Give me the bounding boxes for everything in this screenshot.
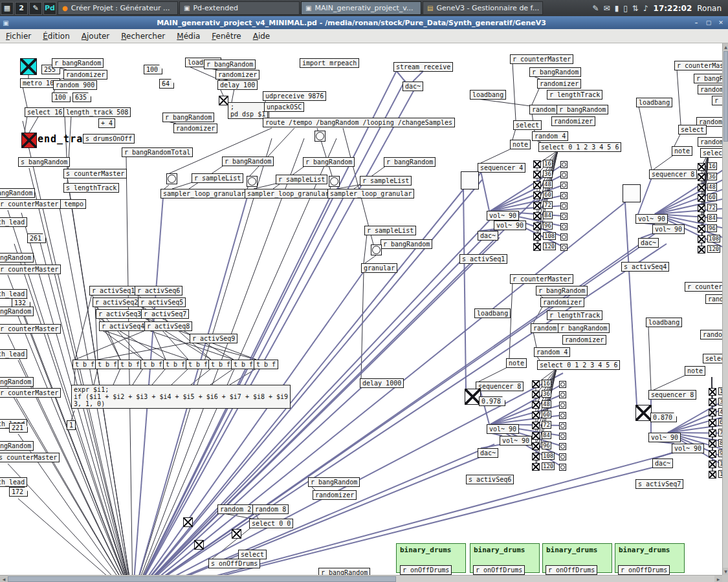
pd-object[interactable]: dac~ (638, 238, 659, 248)
pd-number[interactable]: 635 (72, 92, 91, 102)
pd-toggle[interactable] (533, 212, 541, 220)
pd-object[interactable]: r activSeq1 (89, 286, 137, 296)
pd-object[interactable]: angRandom (0, 307, 34, 316)
pd-bang[interactable] (559, 443, 566, 450)
pd-object[interactable]: route /tempo /bangRandom /looping /chang… (263, 118, 455, 127)
pd-number[interactable]: 120 (707, 245, 720, 253)
volume-tray-icon[interactable]: ♪ (643, 4, 648, 13)
pd-bang[interactable] (560, 223, 568, 230)
pd-object[interactable]: r counterM (685, 282, 722, 292)
pd-object[interactable]: delay 1000 (360, 378, 404, 388)
pd-object[interactable]: random 900 (53, 80, 97, 90)
pd-bang[interactable] (329, 176, 340, 187)
network-tray-icon[interactable]: ⇅ (632, 4, 639, 13)
pd-object[interactable]: sampler_loop_granular (160, 189, 247, 199)
menu-item-fichier[interactable]: Fichier (0, 30, 37, 42)
pd-bang[interactable] (559, 391, 566, 398)
pd-toggle[interactable] (635, 405, 652, 421)
pd-object[interactable]: s onOffDrums (208, 559, 260, 568)
pd-object[interactable]: angRandom (0, 253, 34, 263)
pd-object[interactable]: delay 100 (217, 80, 258, 90)
pd-object[interactable]: + 4 (98, 118, 115, 128)
pd-toggle[interactable] (533, 160, 541, 168)
pd-object[interactable]: r counterMaster (674, 61, 722, 70)
pd-object[interactable]: r activSeq9 (190, 334, 237, 343)
menu-item-édition[interactable]: Édition (37, 30, 76, 42)
pd-object[interactable]: r bangRandomTotal (122, 147, 193, 157)
pd-object[interactable]: r onOffDrums (400, 565, 452, 575)
pd-toggle[interactable] (533, 233, 541, 241)
pd-object[interactable]: randomizer (63, 70, 107, 80)
pd-toggle[interactable] (698, 194, 705, 202)
pd-number[interactable]: 0.978 (479, 396, 505, 406)
display-tray-icon[interactable]: ▯ (623, 4, 628, 13)
pd-number[interactable]: 96 (543, 222, 553, 230)
pd-object[interactable]: random (531, 323, 559, 333)
pd-object[interactable]: vol~ 90 (648, 433, 681, 442)
pd-toggle[interactable] (709, 398, 716, 406)
pd-bang[interactable] (371, 244, 382, 255)
pd-object[interactable]: r bangRandom (222, 156, 274, 166)
pd-toggle[interactable] (709, 460, 716, 468)
pd-bang-red[interactable] (21, 133, 37, 148)
pd-object[interactable]: r sampleList (364, 226, 416, 235)
pd-object[interactable]: bangRandom (0, 188, 35, 198)
mail-tray-icon[interactable]: ✉ (604, 4, 610, 13)
scroll-left-arrow[interactable]: ◀ (0, 576, 8, 582)
pd-bang[interactable] (559, 402, 566, 409)
pd-number[interactable]: 172 (9, 487, 28, 497)
pd-object[interactable]: angRandom (0, 377, 34, 387)
pd-number[interactable]: 96 (542, 442, 551, 449)
editor-icon[interactable]: ✎ (29, 2, 42, 15)
pd-object[interactable]: dac~ (478, 448, 498, 458)
pd-toggle[interactable] (532, 463, 540, 471)
pd-bang[interactable] (314, 131, 325, 142)
pd-object[interactable]: select (238, 550, 267, 559)
pd-number[interactable]: 100 (52, 92, 71, 102)
pd-toggle[interactable] (698, 225, 705, 233)
pd-object[interactable]: r activSeq6 (135, 286, 182, 296)
pd-toggle[interactable] (698, 246, 705, 253)
pd-object[interactable]: randomize (698, 85, 722, 94)
pd-object[interactable]: r sampleList (360, 176, 412, 186)
pd-gui-square[interactable] (623, 184, 641, 202)
pd-toggle[interactable] (709, 450, 716, 458)
pd-toggle[interactable] (698, 184, 705, 191)
pd-object[interactable]: select 0 0 (249, 519, 293, 528)
pd-object[interactable]: randomizer (562, 335, 606, 345)
pd-bang[interactable] (560, 233, 568, 241)
pd-object[interactable]: r bangRandom (303, 157, 355, 167)
pd-bang[interactable] (166, 173, 177, 184)
pd-object[interactable]: r activSeq2 (93, 297, 140, 307)
pd-object[interactable]: s lengthTrack (63, 183, 119, 193)
pd-object[interactable]: r bangRandom (162, 113, 214, 122)
pd-object[interactable]: s drumsOnOff (83, 134, 135, 144)
pd-object[interactable]: select 0 1 2 3 4 5 6 (537, 360, 620, 370)
pd-toggle[interactable] (709, 440, 716, 447)
edit-tray-icon[interactable]: ✎ (593, 4, 599, 13)
pd-object[interactable]: r bangRandom (536, 286, 588, 296)
pd-bang[interactable] (560, 182, 568, 189)
pd-number[interactable]: 16 (542, 380, 551, 387)
pd-toggle[interactable] (219, 96, 228, 105)
pd-number[interactable]: 60 (543, 191, 553, 199)
vertical-scroll-thumb[interactable] (723, 51, 728, 142)
menu-item-aide[interactable]: Aide (247, 30, 276, 42)
pd-object[interactable]: sampler_loop_granular (245, 189, 331, 199)
pd-number[interactable]: 72 (542, 421, 551, 429)
pd-object[interactable]: sequencer 8 (649, 169, 697, 179)
pd-number[interactable]: 108 (543, 232, 556, 240)
pd-object[interactable]: loadbang (646, 318, 682, 327)
pd-object[interactable]: select 0 1 2 3 4 5 6 (538, 142, 621, 152)
pd-object[interactable]: vol~ 90 (635, 214, 668, 224)
maximize-button[interactable]: ▢ (703, 19, 714, 26)
pd-toggle[interactable] (20, 58, 37, 75)
pd-object[interactable]: note (685, 366, 705, 376)
pd-bang[interactable] (559, 422, 566, 429)
pd-object[interactable]: r onOffDrums (473, 565, 525, 575)
pd-number[interactable]: 36 (543, 170, 553, 178)
pd-object[interactable]: r lengthTrack (547, 310, 602, 320)
pd-object[interactable]: note (510, 140, 531, 149)
pd-message[interactable]: ; pd dsp $1 (228, 102, 269, 119)
pd-bang[interactable] (560, 161, 568, 168)
